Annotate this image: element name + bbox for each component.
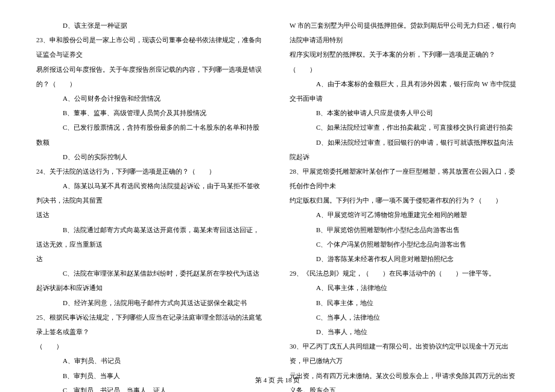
left-line: B、董事、监事、高级管理人员简介及其持股情况 [36,106,265,120]
right-line: D、当事人，地位 [290,324,519,339]
left-line: D、经许某同意，法院用电子邮件方式向其送达证据保全裁定书 [36,296,265,310]
left-line: 易所报送公司年度报告。关于年度报告所应记载的内容，下列哪一选项是错误的？（ ） [36,62,265,91]
right-line: 程序实现对别墅的抵押权。关于本案的分析，下列哪一选项是正确的？（ ） [290,47,519,76]
right-line: A、民事主体，法律地位 [290,280,519,295]
right-line: A、由于本案标的金额巨大，且具有涉外因素，银行应向 W 市中院提交书面申请 [290,77,519,106]
page-container: D、该主张是一种证据23、申和股份公司是一家上市公司，现该公司董事会秘书依法律规… [0,0,555,392]
left-line: A、审判员、书记员 [36,353,265,368]
left-line: 24、关于法院的送达行为，下列哪一选项是正确的？（ ） [36,164,265,179]
right-line: 29、《民法总则》规定，（ ）在民事活动中的（ ）一律平等。 [290,266,519,280]
left-line: 达 [36,251,265,266]
right-line: 约定版权归属。下列行为中，哪一项不属于侵犯著作权的行为？（ ） [290,193,519,207]
right-line: 28、甲展览馆委托雕塑家叶某创作了一座巨型雕塑，将其放置在公园入口，委托创作合同… [290,164,519,193]
left-line: 25、根据民事诉讼法规定，下列哪些人应当在记录法庭审理全部活动的法庭笔录上签名或… [36,310,265,339]
left-line: （ ） [36,339,265,353]
left-line: C、法院在审理张某和赵某借款纠纷时，委托赵某所在学校代为送达起诉状副本和应诉通知 [36,266,265,295]
left-column: D、该主张是一种证据23、申和股份公司是一家上市公司，现该公司董事会秘书依法律规… [36,18,265,392]
left-line: 送达 [36,207,265,222]
left-line: A、公司财务会计报告和经营情况 [36,91,265,106]
right-line: B、甲展览馆仿照雕塑制作小型纪念品向游客出售 [290,223,519,237]
left-line: D、该主张是一种证据 [36,18,265,33]
right-line: C、当事人，法律地位 [290,310,519,324]
right-column: W 市的三套别墅为甲公司提供抵押担保。贷款到期后甲公司无力归还，银行向法院申请适… [290,18,519,392]
left-line: C、已发行股票情况，含持有股份最多的前二十名股东的名单和持股数额 [36,120,265,149]
left-line: D、公司的实际控制人 [36,150,265,164]
right-line: D、游客陈某未经著作权人同意对雕塑拍照纪念 [290,251,519,266]
left-line: A、陈某以马某不具有选民资格向法院提起诉讼，由于马某拒不签收判决书，法院向其留置 [36,179,265,207]
right-line: B、民事主体，地位 [290,296,519,310]
right-line: B、本案的被申请人只应是债务人甲公司 [290,106,519,120]
right-line: A、甲展览馆许可乙博物馆异地重建完全相同的雕塑 [290,207,519,222]
right-line: C、如果法院经过审查，作出拍卖裁定，可直接移交执行庭进行拍卖 [290,120,519,134]
right-line: C、个体户冯某仿照雕塑制作小型纪念品向游客出售 [290,237,519,251]
left-line: B、法院通过邮寄方式向葛某送达开庭传票，葛某未寄回送达回证，送达无效，应当重新送 [36,223,265,251]
left-line: 23、申和股份公司是一家上市公司，现该公司董事会秘书依法律规定，准备向证监会与证… [36,33,265,62]
right-line: D、如果法院经过审查，驳回银行的申请，银行可就该抵押权益向法院起诉 [290,135,519,164]
right-line: 30、甲乙丙丁戊五人共同组建一有限公司。出资协议约定甲以现金十万元出资，甲已缴纳… [290,339,519,368]
page-footer: 第 4 页 共 18 页 [0,376,555,385]
right-line: W 市的三套别墅为甲公司提供抵押担保。贷款到期后甲公司无力归还，银行向法院申请适… [290,18,519,47]
